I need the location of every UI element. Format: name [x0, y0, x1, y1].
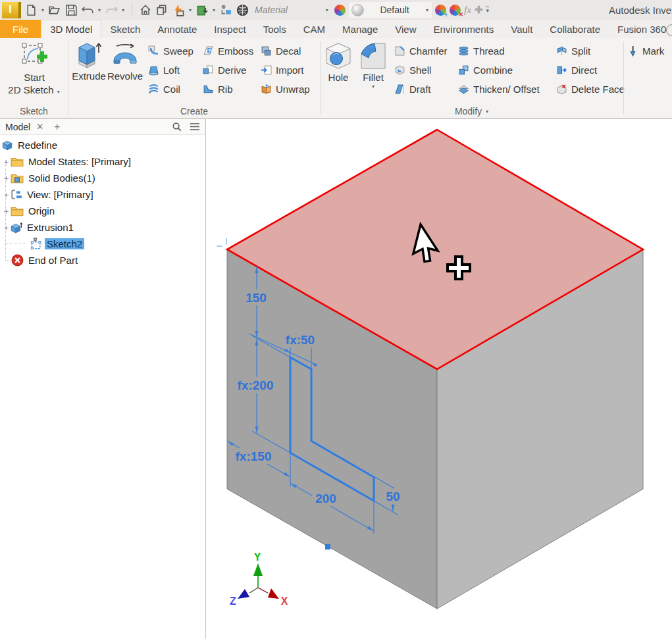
adjust-clear-button[interactable]: ✕: [450, 5, 461, 16]
y-axis-label: Y: [254, 551, 261, 563]
thicken-offset-button[interactable]: Thicken/ Offset: [458, 82, 540, 95]
dimension-200[interactable]: 200: [315, 492, 336, 505]
appearance-dropdown[interactable]: Default ▾: [349, 2, 432, 18]
dimension-fx50[interactable]: fx:50: [286, 333, 315, 347]
browser-tree: Redefine ＋ Model States: [Primary] ＋ Sol…: [0, 135, 205, 639]
undo-dropdown[interactable]: ▾: [98, 7, 101, 13]
tab-annotate[interactable]: Annotate: [149, 20, 205, 38]
update-dropdown[interactable]: ▾: [213, 7, 215, 13]
redo-button[interactable]: [105, 3, 118, 16]
tree-item-sketch2[interactable]: Sketch2: [0, 236, 205, 252]
derive-button[interactable]: Derive: [203, 63, 253, 76]
start-2d-sketch-button[interactable]: Start 2D Sketch ▾: [4, 41, 65, 98]
search-icon[interactable]: [172, 122, 182, 132]
decal-button[interactable]: Decal: [261, 44, 310, 57]
viewport-3d[interactable]: 150 fx:50 fx:200 fx:150 200 50 Y Z X: [207, 118, 672, 639]
dimension-fx200[interactable]: fx:200: [238, 378, 274, 392]
material-dropdown[interactable]: Material ▾: [252, 5, 331, 15]
tree-item-model-states[interactable]: ＋ Model States: [Primary]: [0, 153, 205, 170]
dimension-fx150[interactable]: fx:150: [236, 449, 272, 463]
mark-button[interactable]: Mark: [627, 44, 664, 57]
shell-icon: [394, 64, 405, 76]
shell-button[interactable]: Shell: [394, 63, 448, 76]
appearance-wheel-icon[interactable]: [334, 5, 346, 16]
tab-sketch[interactable]: Sketch: [101, 20, 149, 38]
browser-tab-model[interactable]: Model: [5, 122, 30, 132]
open-file-button[interactable]: [48, 3, 61, 16]
expand-icon[interactable]: ＋: [2, 172, 11, 184]
tab-inspect[interactable]: Inspect: [205, 20, 254, 38]
tab-fusion-360[interactable]: Fusion 360: [609, 20, 672, 38]
expand-icon[interactable]: ＋: [2, 222, 11, 234]
sweep-button[interactable]: Sweep: [148, 44, 194, 57]
tree-item-solid-bodies[interactable]: ＋ Solid Bodies(1): [0, 170, 205, 186]
modify-column-1: Chamfer Shell Draft: [394, 44, 448, 95]
expand-icon[interactable]: ＋: [2, 205, 11, 217]
tab-view[interactable]: View: [386, 20, 425, 38]
adjust-add-button[interactable]: ＋: [435, 5, 446, 16]
home-button[interactable]: [139, 3, 152, 16]
inventor-logo[interactable]: I: [2, 2, 21, 18]
save-button[interactable]: [65, 3, 78, 16]
revolve-button[interactable]: Revolve: [107, 41, 143, 82]
chamfer-button[interactable]: Chamfer: [394, 44, 448, 57]
tab-environments[interactable]: Environments: [425, 20, 503, 38]
tree-item-redefine[interactable]: Redefine: [0, 137, 205, 153]
dimension-50[interactable]: 50: [386, 490, 400, 503]
redo-dropdown[interactable]: ▾: [122, 7, 124, 13]
tree-item-origin[interactable]: ＋ Origin: [0, 203, 205, 219]
ilogic-trigger-button[interactable]: [172, 3, 185, 16]
emboss-icon: E: [203, 45, 214, 57]
tab-file[interactable]: File: [0, 20, 41, 38]
menu-icon[interactable]: [190, 122, 200, 131]
copy-pages-button[interactable]: [155, 3, 168, 16]
rib-button[interactable]: Rib: [203, 82, 253, 95]
tab-cam[interactable]: CAM: [295, 20, 334, 38]
ilogic-dropdown[interactable]: ▾: [189, 7, 192, 13]
render-globe-icon[interactable]: [236, 3, 249, 16]
coil-button[interactable]: Coil: [148, 82, 194, 95]
emboss-button[interactable]: E Emboss: [203, 44, 253, 57]
combine-button[interactable]: Combine: [458, 63, 540, 76]
panel-sketch: Start 2D Sketch ▾ Sketch: [0, 38, 68, 118]
new-file-button[interactable]: [24, 3, 38, 16]
tab-3d-model[interactable]: 3D Model: [41, 20, 101, 38]
import-button[interactable]: Import: [261, 63, 310, 76]
sketch-point[interactable]: [325, 544, 330, 550]
hole-button[interactable]: Hole: [323, 41, 354, 84]
parameters-fx-button[interactable]: fx: [464, 5, 471, 16]
tree-item-extrusion1[interactable]: ＋ Extrusion1: [0, 219, 205, 236]
chevron-down-icon: ▾: [57, 89, 60, 95]
panel-label-modify[interactable]: Modify▾: [321, 106, 623, 116]
combine-icon: [458, 64, 469, 76]
dimension-150[interactable]: 150: [246, 291, 267, 305]
tab-collaborate[interactable]: Collaborate: [541, 20, 609, 38]
new-file-dropdown[interactable]: ▾: [41, 7, 44, 13]
tab-vault[interactable]: Vault: [502, 20, 541, 38]
add-browser-tab-button[interactable]: ＋: [52, 120, 62, 133]
tree-item-view-primary[interactable]: ＋ View: [Primary]: [0, 186, 205, 203]
create-column-2: E Emboss Derive Rib: [203, 44, 253, 95]
close-icon[interactable]: ✕: [36, 122, 43, 132]
expand-icon[interactable]: ＋: [2, 156, 11, 168]
customize-toolbar-button[interactable]: ▾: [486, 7, 489, 13]
undo-button[interactable]: [81, 3, 94, 16]
fillet-dropdown[interactable]: ▾: [372, 84, 375, 89]
extrude-button[interactable]: Extrude: [71, 41, 107, 82]
fillet-button[interactable]: Fillet ▾: [355, 41, 391, 89]
tab-tools[interactable]: Tools: [255, 20, 295, 38]
unwrap-button[interactable]: Unwrap: [261, 82, 310, 95]
extrude-label: Extrude: [72, 70, 106, 82]
delete-face-button[interactable]: Delete Face: [556, 82, 625, 95]
draft-button[interactable]: Draft: [394, 82, 448, 95]
expand-icon[interactable]: ＋: [2, 189, 11, 201]
switch-context-button[interactable]: [219, 3, 232, 16]
direct-button[interactable]: Direct: [556, 63, 625, 76]
add-to-toolbar-button[interactable]: ✚: [475, 4, 483, 16]
tab-manage[interactable]: Manage: [334, 20, 386, 38]
update-component-button[interactable]: [195, 3, 209, 16]
split-button[interactable]: Split: [556, 44, 625, 57]
tree-item-end-of-part[interactable]: End of Part: [0, 252, 205, 268]
thread-button[interactable]: Thread: [458, 44, 540, 57]
loft-button[interactable]: Loft: [148, 63, 194, 76]
